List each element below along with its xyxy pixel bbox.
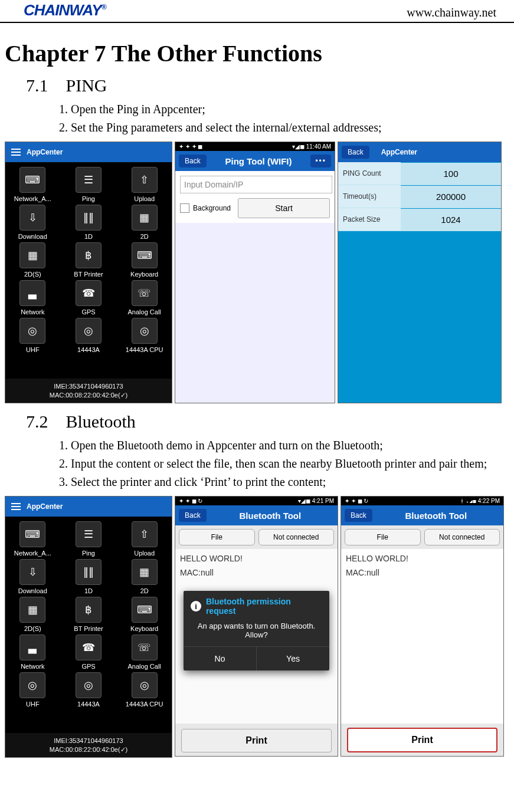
status-button[interactable]: Not connected <box>424 529 500 545</box>
file-button[interactable]: File <box>179 529 255 545</box>
app-item[interactable]: ◎UHF <box>6 318 59 353</box>
settings-label: Packet Size <box>338 208 401 231</box>
app-label: Download <box>6 233 59 240</box>
app-label: BT Printer <box>63 625 115 632</box>
print-button[interactable]: Print <box>347 728 497 752</box>
back-button[interactable]: Back <box>342 146 369 159</box>
no-button[interactable]: No <box>184 647 257 670</box>
app-label: Ping <box>63 195 115 202</box>
screenshot-bt-ready: ✦ ✦ ◼ ↻ᚼ ▾◢◼ 4:22 PM Back Bluetooth Tool… <box>341 496 504 757</box>
background-label: Background <box>193 204 231 212</box>
app-item[interactable]: ⌨Keyboard <box>118 242 171 278</box>
app-item[interactable]: ▃Network <box>6 635 59 670</box>
bt-title: Bluetooth Tool <box>405 511 467 521</box>
header-url: www.chainway.net <box>407 6 496 19</box>
screenshot-ping-tool: ✦ ✦ ✦ ◼▾◢◼ 11:40 AM Back Ping Tool (WIFI… <box>175 142 335 403</box>
app-item[interactable]: ☰Ping <box>63 521 115 557</box>
app-item[interactable]: ฿BT Printer <box>63 242 115 278</box>
settings-title: AppCenter <box>381 148 417 156</box>
settings-value[interactable]: 1024 <box>401 209 501 231</box>
app-item[interactable]: ☏Analog Call <box>118 635 171 670</box>
app-item[interactable]: ☰Ping <box>63 167 115 202</box>
app-icon: ☎ <box>76 280 102 306</box>
app-item[interactable]: ⇩Download <box>6 205 59 240</box>
app-item[interactable]: ‖‖1D <box>63 559 115 594</box>
settings-value[interactable]: 200000 <box>401 186 501 208</box>
screenshot-appcenter: AppCenter ⌨Network_A...☰Ping⇧Upload⇩Down… <box>5 142 172 403</box>
app-label: Network_A... <box>6 550 59 557</box>
imei: IMEI:353471044960173 <box>5 382 172 390</box>
app-icon: ▦ <box>19 597 45 623</box>
menu-icon[interactable] <box>11 147 21 157</box>
app-item[interactable]: ⌨Network_A... <box>6 521 59 557</box>
ip-input[interactable]: Input Domain/IP <box>180 176 332 193</box>
step: Open the Bluetooth demo in Appcenter and… <box>71 436 514 455</box>
app-item[interactable]: ⇧Upload <box>118 521 171 557</box>
app-item[interactable]: ☎GPS <box>63 280 115 315</box>
app-item[interactable]: ⌨Network_A... <box>6 167 59 202</box>
section-72-heading: 7.2 Bluetooth <box>26 412 514 432</box>
settings-value[interactable]: 100 <box>401 163 501 185</box>
file-button[interactable]: File <box>345 529 421 545</box>
app-label: Upload <box>118 550 171 557</box>
step: Open the Ping in Appcenter; <box>71 100 514 119</box>
back-button[interactable]: Back <box>179 154 207 167</box>
back-button[interactable]: Back <box>345 509 372 522</box>
app-icon: ☰ <box>76 521 102 547</box>
app-icon: ▃ <box>19 635 45 660</box>
settings-row: Timeout(s)200000 <box>338 185 501 208</box>
app-icon: ⇩ <box>19 205 45 231</box>
background-checkbox[interactable] <box>180 203 189 213</box>
app-item[interactable]: ▦2D <box>118 205 171 240</box>
app-item[interactable]: ▦2D(S) <box>6 597 59 632</box>
app-icon: ◎ <box>19 672 45 698</box>
app-label: 14443A CPU <box>118 346 171 353</box>
app-label: Network <box>6 308 59 315</box>
app-item[interactable]: ฿BT Printer <box>63 597 115 632</box>
app-label: GPS <box>63 663 115 670</box>
app-icon: ☏ <box>132 635 158 660</box>
app-label: 2D(S) <box>6 271 59 278</box>
app-item[interactable]: ▦2D(S) <box>6 242 59 278</box>
app-item[interactable]: ⇩Download <box>6 559 59 594</box>
section-72-steps: Open the Bluetooth demo in Appcenter and… <box>53 436 514 491</box>
app-icon: ▦ <box>132 559 158 585</box>
app-label: Keyboard <box>118 271 171 278</box>
app-item[interactable]: ▦2D <box>118 559 171 594</box>
app-item[interactable]: ▃Network <box>6 280 59 315</box>
status-button[interactable]: Not connected <box>258 529 335 545</box>
app-icon: ฿ <box>76 242 102 268</box>
app-item[interactable]: ◎14443A CPU <box>118 318 171 353</box>
app-icon: ◎ <box>132 318 158 344</box>
app-icon: ⇧ <box>132 521 158 547</box>
app-item[interactable]: ☎GPS <box>63 635 115 670</box>
app-label: GPS <box>63 308 115 315</box>
app-item[interactable]: ◎14443A <box>63 318 115 353</box>
appcenter-title: AppCenter <box>27 148 63 156</box>
step: Set the Ping parameters and select the i… <box>71 119 514 137</box>
app-label: Analog Call <box>118 663 171 670</box>
app-item[interactable]: ◎14443A CPU <box>118 672 171 708</box>
back-button[interactable]: Back <box>179 509 207 522</box>
bt-text: HELLO WORLD! <box>180 554 333 563</box>
start-button[interactable]: Start <box>238 198 330 218</box>
app-item[interactable]: ‖‖1D <box>63 205 115 240</box>
print-button[interactable]: Print <box>181 729 332 752</box>
yes-button[interactable]: Yes <box>257 647 329 670</box>
logo: CHAINWAY® <box>24 1 106 19</box>
app-icon: ☎ <box>76 635 102 660</box>
more-button[interactable]: ••• <box>310 154 331 167</box>
app-item[interactable]: ◎14443A <box>63 672 115 708</box>
menu-icon[interactable] <box>11 501 21 512</box>
app-item[interactable]: ⌨Keyboard <box>118 597 171 632</box>
app-item[interactable]: ◎UHF <box>6 672 59 708</box>
app-item[interactable]: ⇧Upload <box>118 167 171 202</box>
ping-title: Ping Tool (WIFI) <box>225 156 292 166</box>
app-label: Ping <box>63 550 115 557</box>
app-icon: ▃ <box>19 280 45 306</box>
bt-mac: MAC:null <box>346 568 499 577</box>
app-item[interactable]: ☏Analog Call <box>118 280 171 315</box>
app-icon: ◎ <box>19 318 45 344</box>
app-label: Download <box>6 587 59 594</box>
app-label: Upload <box>118 195 171 202</box>
